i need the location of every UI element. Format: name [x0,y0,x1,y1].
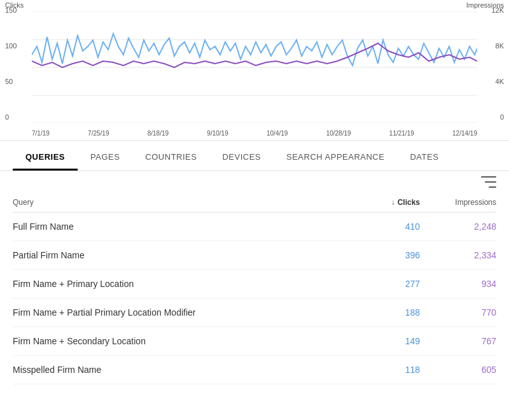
row-query: Firm Name + Secondary Location [13,336,344,346]
row-clicks: 277 [344,279,420,289]
row-query: Full Firm Name [13,221,344,232]
col-impressions-header: Impressions [420,198,496,207]
tab-countries[interactable]: COUNTRIES [132,141,209,171]
col-query-header: Query [13,198,344,207]
tab-queries[interactable]: QUERIES [13,141,78,171]
tab-search-appearance[interactable]: SEARCH APPEARANCE [274,141,397,171]
filter-icon[interactable] [481,176,496,188]
tab-pages[interactable]: PAGES [78,141,132,171]
table-body: Full Firm Name 410 2,248 Partial Firm Na… [13,213,496,384]
table-row: Firm Name + Partial Primary Location Mod… [13,298,496,327]
row-impressions: 605 [420,365,496,375]
row-impressions: 2,248 [420,221,496,232]
chart-area: Clicks Impressions 150 100 50 0 12K 8K 4… [0,0,509,140]
row-clicks: 188 [344,307,420,318]
chart-x-labels: 7/1/19 7/25/19 8/18/19 9/10/19 10/4/19 1… [32,130,477,137]
row-impressions: 767 [420,336,496,346]
row-impressions: 934 [420,279,496,289]
table-header: Query ↓ Clicks Impressions [13,193,496,213]
row-impressions: 2,334 [420,250,496,260]
sort-arrow-icon: ↓ [391,198,395,207]
tab-devices[interactable]: DEVICES [209,141,274,171]
row-query: Firm Name + Partial Primary Location Mod… [13,307,344,318]
filter-row [0,171,509,193]
table-row: Partial Firm Name 396 2,334 [13,241,496,270]
chart-y-axis-right: 12K 8K 4K 0 [491,6,504,121]
tabs-bar: QUERIES PAGES COUNTRIES DEVICES SEARCH A… [0,141,509,171]
table-row: Misspelled Firm Name 118 605 [13,356,496,384]
table-row: Firm Name + Secondary Location 149 767 [13,327,496,356]
row-clicks: 396 [344,250,420,260]
tab-dates[interactable]: DATES [397,141,451,171]
table-row: Full Firm Name 410 2,248 [13,213,496,241]
data-table: Query ↓ Clicks Impressions Full Firm Nam… [0,193,509,384]
row-clicks: 149 [344,336,420,346]
chart-svg [32,11,477,123]
row-clicks: 410 [344,221,420,232]
row-impressions: 770 [420,307,496,318]
row-clicks: 118 [344,365,420,375]
row-query: Partial Firm Name [13,250,344,260]
row-query: Misspelled Firm Name [13,365,344,375]
chart-y-axis-left: 150 100 50 0 [5,6,17,121]
table-row: Firm Name + Primary Location 277 934 [13,270,496,298]
col-clicks-header: ↓ Clicks [344,198,420,207]
row-query: Firm Name + Primary Location [13,279,344,289]
